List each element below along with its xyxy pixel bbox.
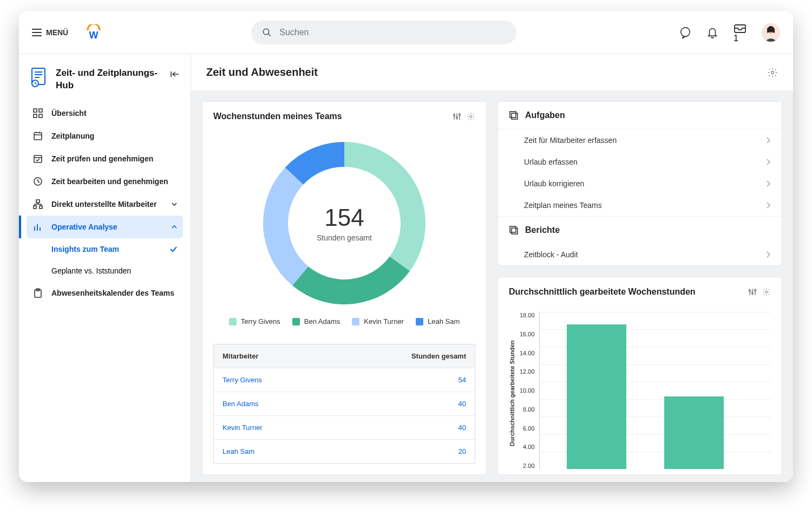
copy-icon [509,110,519,120]
legend-label: Kevin Turner [364,317,404,325]
svg-rect-51 [512,228,518,234]
list-item[interactable]: Urlaub erfassen [498,151,782,173]
svg-rect-17 [39,109,42,112]
sidebar-sub-team-insights[interactable]: Insights zum Team [51,238,183,260]
donut-chart: 154 Stunden gesamt [258,136,431,310]
legend-item[interactable]: Terry Givens [229,317,280,325]
chevron-right-icon [765,201,771,209]
page-title: Zeit und Abwesenheit [206,66,318,79]
sidebar-item-absence-calendar[interactable]: Abwesenheitskalender des Teams [27,282,183,304]
legend-label: Ben Adams [304,317,340,325]
svg-rect-30 [34,206,36,209]
gear-icon[interactable] [762,288,771,296]
grid-icon [32,108,44,118]
legend-label: Leah Sam [428,317,460,325]
org-icon [32,199,44,209]
svg-rect-4 [735,25,745,32]
bar[interactable] [567,324,626,469]
hours-value: 40 [388,392,475,415]
bar[interactable] [664,396,724,469]
sliders-icon[interactable] [453,112,461,121]
ytick: 8.00 [520,406,535,413]
inbox-icon[interactable]: 1 [734,22,746,43]
list-item[interactable]: Zeit für Mitarbeiter erfassen [498,129,782,151]
employee-link[interactable]: Ben Adams [214,392,388,415]
list-item[interactable]: Zeitplan meines Teams [498,194,782,216]
inbox-badge: 1 [734,34,738,43]
sidebar-item-label: Operative Analyse [51,223,117,231]
bell-icon[interactable] [706,27,718,38]
svg-rect-49 [512,113,518,119]
search-input[interactable] [279,28,506,37]
sidebar-submenu: Insights zum Team Geplante vs. Iststunde… [27,238,183,282]
menu-button[interactable]: MENÜ [32,28,68,37]
chevron-down-icon [171,201,178,207]
sidebar-title: Zeit- und Zeitplanungs-Hub [56,67,162,92]
donut-total-label: Stunden gesamt [317,233,372,242]
ytick: 6.00 [520,425,535,432]
tasks-title: Aufgaben [525,110,565,120]
sidebar-item-label: Zeit prüfen und genehmigen [51,154,153,163]
svg-rect-52 [510,226,516,232]
svg-point-54 [749,290,751,292]
tasks-reports-card: Aufgaben Zeit für Mitarbeiter erfassenUr… [497,101,782,266]
avatar[interactable] [762,23,780,42]
list-item-label: Urlaub korrigieren [524,179,584,188]
svg-rect-20 [34,133,42,140]
sidebar-sub-planned-actual[interactable]: Geplante vs. Iststunden [51,260,183,282]
gear-icon[interactable] [467,112,475,121]
legend-item[interactable]: Kevin Turner [352,317,404,325]
chat-icon[interactable] [679,27,691,38]
table-row: Ben Adams40 [214,392,475,416]
svg-point-58 [755,290,756,291]
sidebar-item-operational-analytics[interactable]: Operative Analyse [27,216,183,238]
svg-point-3 [681,27,690,36]
table-row: Leah Sam20 [214,440,475,463]
header-actions: 1 [679,22,780,43]
chevron-right-icon [765,136,771,144]
ytick: 2.00 [520,463,535,469]
svg-rect-18 [34,114,37,118]
svg-rect-24 [34,155,42,162]
svg-line-2 [268,34,271,36]
sidebar-item-label: Zeitplanung [51,132,94,140]
swatch [292,318,300,325]
sidebar-item-overview[interactable]: Übersicht [27,102,183,125]
sidebar-item-direct-reports[interactable]: Direkt unterstellte Mitarbeiter [27,193,183,216]
sidebar-item-label: Zeit bearbeiten und genehmigen [51,177,168,186]
workday-logo[interactable]: W [86,24,102,41]
reports-header: Berichte [498,216,782,244]
list-item[interactable]: Urlaub korrigieren [498,173,782,194]
gear-icon[interactable] [767,67,778,78]
collapse-sidebar-icon[interactable] [170,70,180,78]
search-box[interactable] [251,21,516,44]
sidebar-header: Zeit- und Zeitplanungs-Hub [27,67,183,102]
sidebar-item-review-approve[interactable]: Zeit prüfen und genehmigen [27,147,183,170]
sliders-icon[interactable] [748,288,757,296]
svg-text:W: W [89,30,99,41]
svg-point-48 [470,115,472,118]
employee-link[interactable]: Leah Sam [214,440,388,463]
donut-total: 154 [324,204,364,231]
sidebar-item-scheduling[interactable]: Zeitplanung [27,125,183,147]
swatch [229,318,237,325]
sidebar: Zeit- und Zeitplanungs-Hub Übersicht Zei… [19,54,191,482]
employee-link[interactable]: Kevin Turner [214,416,388,439]
svg-point-45 [456,117,458,119]
copy-icon [509,225,519,235]
hub-icon [30,67,48,88]
hours-table: Mitarbeiter Stunden gesamt Terry Givens5… [213,344,475,464]
legend-item[interactable]: Ben Adams [292,317,340,325]
sidebar-item-edit-approve[interactable]: Zeit bearbeiten und genehmigen [27,170,183,193]
check-icon [169,245,178,253]
ytick: 14.00 [520,350,535,356]
svg-point-47 [459,114,461,116]
employee-link[interactable]: Terry Givens [214,368,388,392]
list-item[interactable]: Zeitblock - Audit [498,244,782,265]
bar-ylabel: Durchschnittlich gearbeitete Stunden [509,312,515,474]
header: MENÜ W 1 [19,11,793,54]
ytick: 10.00 [520,387,535,394]
ytick: 16.00 [520,331,535,337]
hours-value: 54 [388,368,475,392]
legend-item[interactable]: Leah Sam [416,317,460,325]
